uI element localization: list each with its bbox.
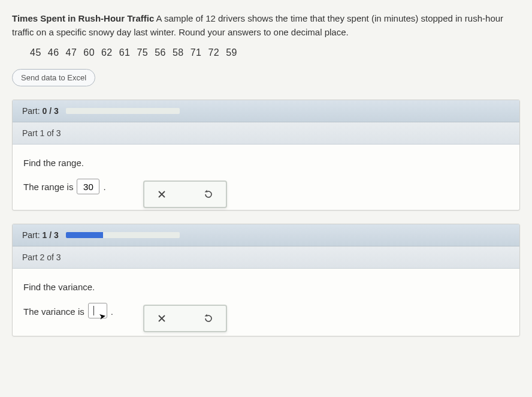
data-values: 45 46 47 60 62 61 75 56 58 71 72 59: [12, 47, 520, 58]
progress-bar-1: [66, 232, 180, 238]
part-1-prompt: Find the range.: [23, 158, 509, 168]
progress-label-prefix-2: Part:: [22, 230, 42, 240]
part-2-prompt: Find the variance.: [23, 282, 509, 292]
part-1-subheader: Part 1 of 3: [13, 122, 519, 145]
range-input[interactable]: [77, 179, 99, 194]
problem-statement: Times Spent in Rush-Hour Traffic A sampl…: [12, 12, 520, 39]
answer-suffix-2: .: [111, 306, 113, 317]
send-to-excel-button[interactable]: Send data to Excel: [12, 69, 95, 86]
problem-title: Times Spent in Rush-Hour Traffic: [12, 13, 154, 23]
part-1-panel: Part: 1 / 3 Part 2 of 3 Find the varianc…: [12, 224, 520, 336]
answer-prefix-1: The range is: [23, 182, 73, 192]
part-2-body: Find the variance. The variance is ➤ .: [13, 269, 519, 336]
part-2-answer-line: The variance is ➤ .: [23, 303, 509, 320]
progress-header-1: Part: 1 / 3: [13, 224, 519, 246]
progress-header-0: Part: 0 / 3: [13, 100, 519, 122]
close-icon[interactable]: [153, 187, 171, 202]
part-1-answer-line: The range is .: [23, 179, 509, 194]
progress-value-1: 1 / 3: [42, 230, 58, 240]
close-icon[interactable]: [153, 311, 171, 326]
answer-prefix-2: The variance is: [23, 306, 84, 317]
part-1-body: Find the range. The range is .: [13, 145, 519, 210]
progress-label-prefix: Part:: [22, 106, 42, 116]
reset-icon[interactable]: [200, 311, 217, 326]
action-toolbar-2: [143, 305, 227, 332]
progress-value-0: 0 / 3: [42, 106, 58, 116]
cursor-icon: ➤: [98, 311, 107, 321]
reset-icon[interactable]: [200, 187, 217, 202]
part-2-subheader: Part 2 of 3: [13, 246, 519, 269]
action-toolbar-1: [143, 181, 227, 208]
part-0-panel: Part: 0 / 3 Part 1 of 3 Find the range. …: [12, 100, 520, 210]
progress-bar-0: [66, 108, 180, 114]
answer-suffix-1: .: [103, 182, 105, 192]
